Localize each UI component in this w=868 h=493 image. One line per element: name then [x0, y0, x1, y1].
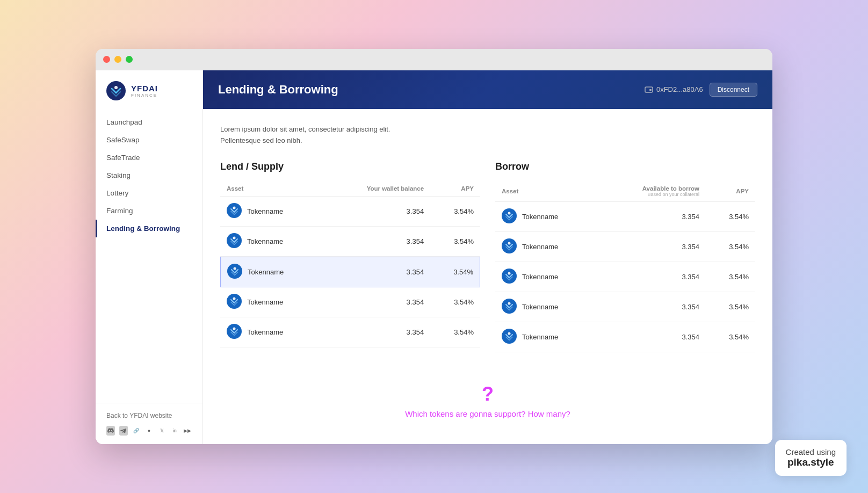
lend-table: Asset Your wallet balance APY Tokenname [220, 181, 480, 347]
lend-balance: 3.354 [325, 287, 430, 317]
logo-icon [106, 81, 126, 100]
lend-balance: 3.354 [325, 227, 430, 257]
reddit-icon[interactable]: ● [145, 426, 154, 436]
main-content: Lending & Borrowing 0xFD2...a80A6 Discon… [203, 70, 772, 445]
borrow-table-row[interactable]: Tokenname 3.354 3.54% [495, 202, 755, 232]
borrow-apy: 3.54% [706, 322, 755, 352]
logo-subtitle: FINANCE [131, 93, 158, 98]
token-name: Tokenname [247, 237, 283, 245]
social-icons-group: 🔗 ● 𝕏 in ▶▶ [106, 426, 192, 436]
lend-panel: Lend / Supply Asset Your wallet balance … [220, 161, 480, 352]
lend-table-row[interactable]: Tokenname 3.354 3.54% [220, 197, 480, 227]
borrow-available: 3.354 [600, 202, 706, 232]
borrow-col-asset: Asset [495, 181, 600, 202]
maximize-button[interactable] [126, 56, 133, 63]
token-name: Tokenname [522, 213, 558, 221]
nav-menu: Launchpad SafeSwap SafeTrade Staking Lot… [96, 113, 202, 403]
twitter-icon[interactable]: 𝕏 [157, 426, 166, 436]
header-right: 0xFD2...a80A6 Disconnect [645, 83, 757, 97]
question-mark-icon: ? [220, 385, 755, 404]
borrow-col-available: Available to borrow Based on your collat… [600, 181, 706, 202]
lend-table-row[interactable]: Tokenname 3.354 3.54% [220, 227, 480, 257]
svg-point-6 [227, 233, 242, 248]
minimize-button[interactable] [114, 56, 121, 63]
borrow-title: Borrow [495, 161, 755, 172]
discord-icon[interactable] [106, 426, 115, 436]
svg-point-8 [227, 264, 242, 279]
lend-col-asset: Asset [220, 181, 325, 197]
sidebar-item-farming[interactable]: Farming [96, 202, 202, 220]
svg-point-12 [227, 324, 242, 339]
header: Lending & Borrowing 0xFD2...a80A6 Discon… [203, 70, 772, 109]
token-icon [502, 269, 517, 285]
sidebar: YFDAI FINANCE Launchpad SafeSwap SafeTra… [96, 70, 203, 445]
svg-point-15 [508, 212, 511, 215]
lend-table-row[interactable]: Tokenname 3.354 3.54% [220, 317, 480, 347]
svg-point-11 [233, 298, 236, 300]
sidebar-item-staking[interactable]: Staking [96, 166, 202, 184]
lend-table-row[interactable]: Tokenname 3.354 3.54% [220, 257, 480, 287]
svg-point-17 [508, 242, 511, 245]
logo-title: YFDAI [131, 84, 158, 93]
linkedin-icon[interactable]: in [170, 426, 179, 436]
description-line2: Pellentesque sed leo nibh. [220, 135, 755, 147]
token-icon [502, 208, 517, 225]
borrow-table-row[interactable]: Tokenname 3.354 3.54% [495, 232, 755, 262]
sidebar-item-safetrade[interactable]: SafeTrade [96, 149, 202, 166]
lend-apy: 3.54% [430, 197, 480, 227]
borrow-available: 3.354 [600, 322, 706, 352]
logo-text: YFDAI FINANCE [131, 84, 158, 98]
lend-title: Lend / Supply [220, 161, 480, 172]
svg-point-22 [502, 329, 517, 344]
lend-balance: 3.354 [325, 257, 430, 287]
medium-icon[interactable]: ▶▶ [183, 426, 192, 436]
sidebar-item-lending[interactable]: Lending & Borrowing [96, 220, 202, 237]
token-icon [227, 294, 242, 310]
borrow-apy: 3.54% [706, 292, 755, 322]
sidebar-item-safeswap[interactable]: SafeSwap [96, 131, 202, 149]
borrow-table-row[interactable]: Tokenname 3.354 3.54% [495, 292, 755, 322]
telegram-icon[interactable] [119, 426, 128, 436]
pika-badge: Created using pika.style [775, 440, 847, 476]
borrow-col-apy: APY [706, 181, 755, 202]
svg-point-16 [502, 238, 517, 253]
borrow-apy: 3.54% [706, 262, 755, 292]
borrow-panel: Borrow Asset Available to borrow Based o… [495, 161, 755, 352]
token-icon [502, 299, 517, 315]
token-name: Tokenname [522, 273, 558, 281]
question-section: ? Which tokens are gonna support? How ma… [220, 374, 755, 429]
svg-point-9 [234, 267, 236, 270]
borrow-apy: 3.54% [706, 232, 755, 262]
token-name: Tokenname [247, 328, 283, 336]
lend-table-row[interactable]: Tokenname 3.354 3.54% [220, 287, 480, 317]
link-icon[interactable]: 🔗 [132, 426, 141, 436]
borrow-available: 3.354 [600, 292, 706, 322]
svg-point-0 [106, 81, 126, 100]
back-to-website-link[interactable]: Back to YFDAI website [106, 412, 192, 419]
token-name: Tokenname [522, 243, 558, 251]
close-button[interactable] [103, 56, 110, 63]
lend-apy: 3.54% [430, 257, 480, 287]
svg-point-13 [233, 328, 236, 330]
borrow-table-row[interactable]: Tokenname 3.354 3.54% [495, 262, 755, 292]
pika-line2: pika.style [786, 456, 836, 468]
disconnect-button[interactable]: Disconnect [710, 83, 757, 97]
lend-apy: 3.54% [430, 227, 480, 257]
borrow-table-row[interactable]: Tokenname 3.354 3.54% [495, 322, 755, 352]
description-line1: Lorem ipsum dolor sit amet, consectetur … [220, 124, 755, 135]
svg-point-20 [502, 299, 517, 314]
svg-point-1 [114, 86, 118, 89]
token-icon [227, 324, 242, 340]
tables-section: Lend / Supply Asset Your wallet balance … [220, 161, 755, 352]
svg-rect-3 [649, 89, 652, 91]
svg-point-7 [233, 237, 236, 240]
page-title: Lending & Borrowing [218, 83, 338, 97]
sidebar-item-launchpad[interactable]: Launchpad [96, 113, 202, 131]
sidebar-item-lottery[interactable]: Lottery [96, 184, 202, 202]
token-icon [227, 203, 242, 220]
lend-apy: 3.54% [430, 317, 480, 347]
token-icon [227, 264, 242, 280]
svg-point-14 [502, 208, 517, 223]
lend-apy: 3.54% [430, 287, 480, 317]
lend-balance: 3.354 [325, 317, 430, 347]
